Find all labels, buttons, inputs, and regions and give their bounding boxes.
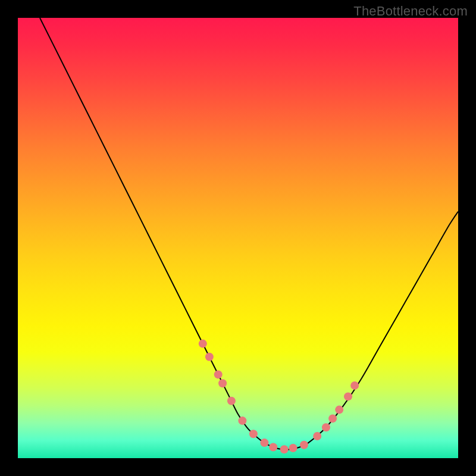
chart-plot-area — [18, 18, 458, 458]
highlight-dot — [300, 441, 308, 449]
highlight-dot — [205, 353, 214, 361]
highlight-dot — [313, 432, 321, 440]
highlight-dot — [289, 444, 298, 452]
highlight-dot — [322, 423, 330, 431]
highlight-dot — [214, 370, 223, 378]
highlight-dot — [249, 430, 258, 438]
highlight-dot — [344, 392, 352, 400]
highlight-dot — [218, 379, 227, 387]
highlight-dot — [269, 443, 277, 452]
highlight-dot — [199, 340, 207, 348]
bottleneck-curve — [40, 18, 458, 450]
highlight-dots-group — [199, 340, 359, 454]
chart-svg — [18, 18, 458, 458]
highlight-dot — [260, 439, 268, 447]
highlight-dot — [335, 406, 343, 414]
highlight-dot — [238, 416, 246, 425]
highlight-dot — [227, 397, 236, 405]
highlight-dot — [328, 414, 337, 422]
highlight-dot — [280, 445, 289, 453]
highlight-dot — [350, 381, 359, 390]
watermark-text: TheBottleneck.com — [353, 4, 468, 19]
